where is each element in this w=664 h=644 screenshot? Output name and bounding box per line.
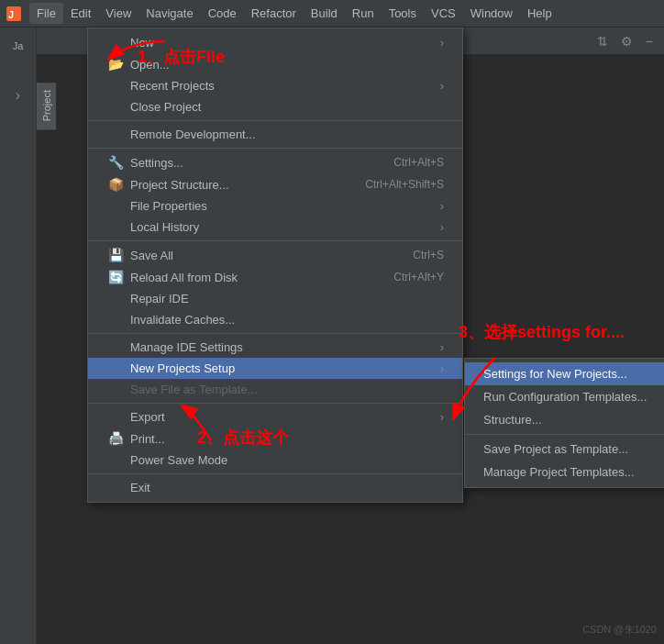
menu-item-new-projects-setup-label: New Projects Setup (130, 361, 440, 375)
menu-item-save-all[interactable]: 💾 Save All Ctrl+S (88, 244, 462, 266)
reload-shortcut: Ctrl+Alt+Y (393, 271, 444, 283)
sidebar-chevron[interactable]: › (4, 81, 33, 110)
menu-item-settings[interactable]: 🔧 Settings... Ctrl+Alt+S (88, 151, 462, 173)
save-all-shortcut: Ctrl+S (413, 249, 444, 261)
submenu-item-save-project-template[interactable]: Save Project as Template... (465, 438, 664, 461)
menu-item-file-props[interactable]: File Properties › (88, 195, 462, 217)
file-props-arrow: › (440, 199, 444, 213)
new-projects-setup-arrow: › (440, 361, 444, 375)
menu-help[interactable]: Help (520, 3, 559, 24)
submenu-item-run-config[interactable]: Run Configuration Templates... (465, 385, 664, 408)
menu-item-remote-label: Remote Development... (130, 128, 444, 141)
menu-item-print[interactable]: 🖨️ Print... (88, 427, 462, 450)
separator-5 (88, 403, 462, 404)
menu-item-new[interactable]: New › (88, 32, 462, 53)
menu-item-open[interactable]: 📂 Open... (88, 53, 462, 75)
svg-text:J: J (8, 9, 14, 20)
menu-item-print-label: Print... (130, 432, 444, 446)
menu-item-open-label: Open... (130, 58, 444, 72)
main-area: Ja › ⇅ ⚙ − Project New › 📂 Open... (0, 28, 664, 644)
project-panel-tab[interactable]: Project (37, 83, 56, 129)
menu-item-exit[interactable]: Exit (88, 477, 462, 498)
separator-6 (88, 473, 462, 474)
separator-2 (88, 148, 462, 149)
toolbar-minimize[interactable]: − (642, 32, 657, 50)
menu-build[interactable]: Build (304, 3, 345, 24)
toolbar-settings[interactable]: ⚙ (617, 32, 636, 50)
content-area: ⇅ ⚙ − Project New › 📂 Open... Recent Pro… (37, 28, 664, 644)
menu-item-repair[interactable]: Repair IDE (88, 288, 462, 309)
menu-item-export[interactable]: Export › (88, 406, 462, 427)
menu-item-reload-label: Reload All from Disk (130, 271, 357, 284)
settings-shortcut: Ctrl+Alt+S (393, 156, 444, 169)
annotation-step3: 3、选择settings for.... (459, 321, 625, 343)
export-arrow: › (440, 410, 444, 424)
menu-run[interactable]: Run (345, 3, 382, 24)
menu-item-export-label: Export (130, 410, 440, 424)
menu-item-new-label: New (130, 36, 440, 50)
settings-icon: 🔧 (106, 155, 125, 170)
submenu-item-structure[interactable]: Structure... (465, 408, 664, 431)
menu-item-invalidate[interactable]: Invalidate Caches... (88, 309, 462, 330)
menu-item-exit-label: Exit (130, 481, 444, 494)
project-structure-icon: 📦 (106, 177, 125, 192)
manage-ide-arrow: › (440, 340, 444, 354)
menu-tools[interactable]: Tools (382, 3, 424, 24)
new-projects-submenu: Settings for New Projects... Run Configu… (464, 358, 664, 488)
separator-3 (88, 240, 462, 241)
submenu-item-settings-for-new[interactable]: Settings for New Projects... (465, 362, 664, 385)
reload-icon: 🔄 (106, 270, 125, 284)
menu-item-manage-ide-label: Manage IDE Settings (130, 340, 440, 354)
toolbar-arrows[interactable]: ⇅ (593, 32, 612, 50)
menu-navigate[interactable]: Navigate (138, 3, 200, 24)
menu-item-close[interactable]: Close Project (88, 96, 462, 117)
separator-1 (88, 120, 462, 121)
local-history-arrow: › (440, 220, 444, 234)
menu-item-local-history[interactable]: Local History › (88, 217, 462, 238)
menu-item-project-structure-label: Project Structure... (130, 178, 328, 192)
menu-item-local-history-label: Local History (130, 220, 440, 234)
menu-vcs[interactable]: VCS (424, 3, 463, 24)
save-all-icon: 💾 (106, 248, 125, 262)
menu-edit[interactable]: Edit (63, 3, 98, 24)
menu-item-recent-label: Recent Projects (130, 79, 440, 93)
sidebar-project-icon[interactable]: Ja (4, 31, 33, 61)
recent-arrow: › (440, 79, 444, 93)
menu-item-settings-label: Settings... (130, 156, 357, 170)
menu-item-new-projects-setup[interactable]: New Projects Setup › Settings for New Pr… (88, 358, 462, 379)
file-menu: New › 📂 Open... Recent Projects › Close … (87, 28, 463, 503)
project-structure-shortcut: Ctrl+Alt+Shift+S (365, 178, 444, 191)
new-arrow: › (440, 36, 444, 50)
menu-item-file-props-label: File Properties (130, 199, 440, 213)
menu-item-repair-label: Repair IDE (130, 292, 444, 305)
print-icon: 🖨️ (106, 431, 125, 446)
menu-item-remote[interactable]: Remote Development... (88, 124, 462, 145)
menu-item-manage-ide[interactable]: Manage IDE Settings › (88, 337, 462, 358)
separator-4 (88, 333, 462, 334)
open-icon: 📂 (106, 57, 125, 72)
app-logo: J (4, 4, 24, 24)
menu-file[interactable]: File (29, 3, 63, 24)
menu-item-invalidate-label: Invalidate Caches... (130, 313, 444, 327)
menu-item-reload[interactable]: 🔄 Reload All from Disk Ctrl+Alt+Y (88, 266, 462, 288)
watermark: CSDN @朱1020 (582, 623, 657, 637)
menu-item-project-structure[interactable]: 📦 Project Structure... Ctrl+Alt+Shift+S (88, 173, 462, 195)
submenu-item-manage-project-templates[interactable]: Manage Project Templates... (465, 461, 664, 483)
annotation-step3-text: 3、选择settings for.... (459, 323, 625, 341)
sidebar: Ja › (0, 28, 37, 644)
menu-window[interactable]: Window (463, 3, 520, 24)
menu-item-save-file-template[interactable]: Save File as Template... (88, 379, 462, 400)
menu-code[interactable]: Code (201, 3, 244, 24)
menu-item-save-file-template-label: Save File as Template... (130, 383, 444, 396)
menu-view[interactable]: View (98, 3, 138, 24)
menu-item-power-save[interactable]: Power Save Mode (88, 450, 462, 471)
menu-refactor[interactable]: Refactor (244, 3, 304, 24)
menu-item-close-label: Close Project (130, 100, 444, 114)
menubar: J File Edit View Navigate Code Refactor … (0, 0, 664, 28)
menu-item-recent[interactable]: Recent Projects › (88, 75, 462, 96)
menu-item-save-all-label: Save All (130, 249, 376, 262)
menu-item-power-save-label: Power Save Mode (130, 453, 444, 467)
submenu-separator (465, 434, 664, 435)
